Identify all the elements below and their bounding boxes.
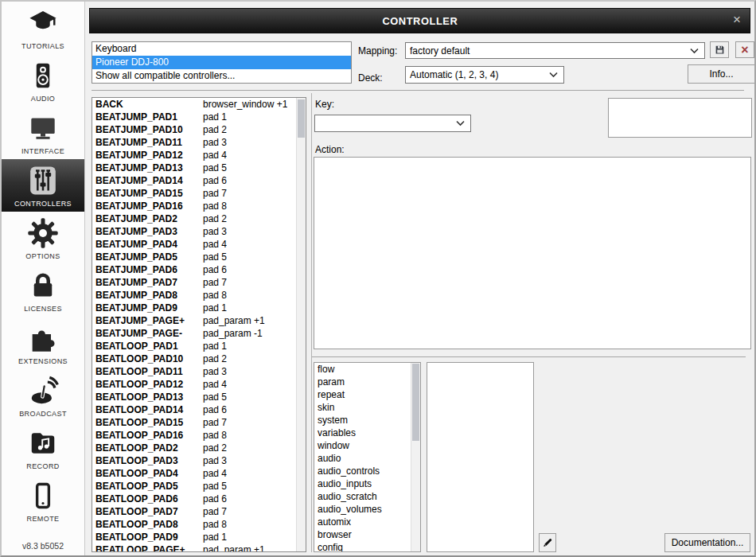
category-scrollbar[interactable] xyxy=(411,363,420,551)
mapping-key: BEATLOOP_PAD2 xyxy=(92,442,203,454)
key-mapping-row[interactable]: BEATJUMP_PAD5pad 5 xyxy=(92,251,306,263)
mapping-key: BEATLOOP_PAD11 xyxy=(92,365,203,378)
sidebar-item-tutorials[interactable]: TUTORIALS xyxy=(2,2,84,54)
mapping-action: pad 6 xyxy=(203,403,227,416)
red-x-icon: × xyxy=(741,43,748,57)
action-category-item[interactable]: audio_controls xyxy=(314,465,420,477)
action-category-item[interactable]: config xyxy=(314,541,420,552)
key-mapping-row[interactable]: BEATLOOP_PAD5pad 5 xyxy=(92,480,306,493)
sidebar-item-audio[interactable]: AUDIO xyxy=(2,54,84,107)
mapping-action: pad_param +1 xyxy=(203,314,265,327)
sidebar-item-interface[interactable]: INTERFACE xyxy=(2,107,84,159)
key-mapping-row[interactable]: BEATLOOP_PAD15pad 7 xyxy=(92,416,306,429)
key-mapping-row[interactable]: BEATLOOP_PAD12pad 4 xyxy=(92,378,306,391)
action-category-item[interactable]: window xyxy=(314,439,420,452)
mapping-action: pad 7 xyxy=(203,276,227,289)
key-mapping-row[interactable]: BEATLOOP_PAD1pad 1 xyxy=(92,340,306,353)
action-category-item[interactable]: audio_inputs xyxy=(314,477,420,490)
controller-option[interactable]: Show all compatible controllers... xyxy=(92,69,351,83)
sidebar-item-record[interactable]: RECORD xyxy=(2,422,84,474)
mapping-key: BEATLOOP_PAD8 xyxy=(92,518,203,531)
key-mapping-row[interactable]: BEATJUMP_PAD1pad 1 xyxy=(92,111,306,123)
key-mapping-row[interactable]: BEATLOOP_PAGE+pad_param +1 xyxy=(92,543,306,552)
key-mapping-row[interactable]: BEATJUMP_PAD14pad 6 xyxy=(92,174,306,187)
controller-option[interactable]: Pioneer DDJ-800 xyxy=(92,56,351,69)
key-mapping-row[interactable]: BEATJUMP_PAGE+pad_param +1 xyxy=(92,314,306,327)
key-mapping-row[interactable]: BEATJUMP_PAD12pad 4 xyxy=(92,149,306,162)
close-icon[interactable]: × xyxy=(733,13,741,26)
key-mapping-row[interactable]: BEATLOOP_PAD16pad 8 xyxy=(92,429,306,442)
delete-mapping-button[interactable]: × xyxy=(735,41,754,58)
key-mapping-row[interactable]: BEATJUMP_PAD4pad 4 xyxy=(92,238,306,251)
action-category-item[interactable]: audio_scratch xyxy=(314,490,420,503)
key-mapping-row[interactable]: BEATLOOP_PAD3pad 3 xyxy=(92,454,306,467)
info-button[interactable]: Info... xyxy=(688,64,755,84)
sidebar-item-broadcast[interactable]: BROADCAST xyxy=(2,369,84,422)
action-category-item[interactable]: system xyxy=(314,414,420,427)
key-mapping-row[interactable]: BEATLOOP_PAD9pad 1 xyxy=(92,531,306,543)
action-category-item[interactable]: param xyxy=(314,376,420,388)
action-category-item[interactable]: browser xyxy=(314,528,420,541)
key-mapping-row[interactable]: BEATJUMP_PAD13pad 5 xyxy=(92,162,306,174)
key-mapping-row[interactable]: BEATLOOP_PAD6pad 6 xyxy=(92,493,306,505)
sidebar-item-extensions[interactable]: EXTENSIONS xyxy=(2,317,84,369)
mapping-select[interactable]: factory default xyxy=(405,42,705,59)
action-editor[interactable] xyxy=(314,157,751,349)
action-category-item[interactable]: repeat xyxy=(314,388,420,401)
version-label: v8.3 b5052 xyxy=(2,541,84,551)
keymap-scrollbar-thumb[interactable] xyxy=(298,99,305,138)
key-mapping-row[interactable]: BEATJUMP_PAD6pad 6 xyxy=(92,263,306,276)
key-mapping-row[interactable]: BEATJUMP_PAD11pad 3 xyxy=(92,136,306,149)
key-mapping-row[interactable]: BEATLOOP_PAD11pad 3 xyxy=(92,365,306,378)
action-category-item[interactable]: skin xyxy=(314,401,420,414)
key-mapping-row[interactable]: BEATJUMP_PAD3pad 3 xyxy=(92,225,306,238)
action-category-item[interactable]: audio_volumes xyxy=(314,503,420,516)
mapping-action: pad 1 xyxy=(203,111,227,123)
mapping-key: BEATLOOP_PAD15 xyxy=(92,416,203,429)
mapping-key: BEATJUMP_PAD12 xyxy=(92,149,203,162)
action-category-item[interactable]: automix xyxy=(314,516,420,528)
key-mapping-row[interactable]: BEATLOOP_PAD7pad 7 xyxy=(92,505,306,518)
key-mapping-row[interactable]: BEATJUMP_PAD8pad 8 xyxy=(92,289,306,302)
mapping-action: pad 8 xyxy=(203,429,227,442)
sidebar-item-controllers[interactable]: CONTROLLERS xyxy=(2,159,84,212)
edit-action-button[interactable] xyxy=(539,533,556,552)
mapping-action: pad 4 xyxy=(203,378,227,391)
key-mapping-row[interactable]: BEATLOOP_PAD10pad 2 xyxy=(92,353,306,365)
key-select[interactable] xyxy=(314,115,471,132)
key-mapping-row[interactable]: BEATLOOP_PAD13pad 5 xyxy=(92,391,306,403)
action-category-item[interactable]: audio xyxy=(314,452,420,465)
save-mapping-button[interactable] xyxy=(710,41,729,58)
category-scrollbar-thumb[interactable] xyxy=(412,364,419,441)
mapping-key: BEATLOOP_PAD7 xyxy=(92,505,203,518)
monitor-icon xyxy=(26,111,60,145)
controller-option[interactable]: Keyboard xyxy=(92,42,351,56)
key-mapping-row[interactable]: BEATJUMP_PAGE-pad_param -1 xyxy=(92,327,306,340)
key-mapping-row[interactable]: BEATJUMP_PAD10pad 2 xyxy=(92,123,306,136)
mapping-key: BEATJUMP_PAD13 xyxy=(92,162,203,174)
sidebar-item-licenses[interactable]: LICENSES xyxy=(2,264,84,317)
keymap-scrollbar[interactable] xyxy=(296,98,306,551)
key-mapping-row[interactable]: BEATJUMP_PAD16pad 8 xyxy=(92,200,306,212)
mapping-action: pad 8 xyxy=(203,518,227,531)
key-mapping-row[interactable]: BEATLOOP_PAD14pad 6 xyxy=(92,403,306,416)
documentation-button[interactable]: Documentation... xyxy=(664,533,750,552)
sidebar-item-remote[interactable]: REMOTE xyxy=(2,474,84,527)
mapping-action: browser_window +1 xyxy=(203,98,287,111)
key-mapping-row[interactable]: BEATLOOP_PAD4pad 4 xyxy=(92,467,306,480)
key-mapping-row[interactable]: BEATJUMP_PAD9pad 1 xyxy=(92,302,306,314)
action-category-item[interactable]: variables xyxy=(314,427,420,439)
key-mapping-row[interactable]: BEATLOOP_PAD2pad 2 xyxy=(92,442,306,454)
mapping-action: pad 2 xyxy=(203,212,227,225)
action-category-item[interactable]: flow xyxy=(314,363,420,376)
key-mapping-row[interactable]: BEATJUMP_PAD15pad 7 xyxy=(92,187,306,200)
deck-select[interactable]: Automatic (1, 2, 3, 4) xyxy=(405,66,564,84)
key-mapping-row[interactable]: BEATLOOP_PAD8pad 8 xyxy=(92,518,306,531)
mapping-key: BEATLOOP_PAD16 xyxy=(92,429,203,442)
mapping-key: BEATLOOP_PAD10 xyxy=(92,353,203,365)
sidebar-item-options[interactable]: OPTIONS xyxy=(2,212,84,264)
mapping-key: BEATJUMP_PAD1 xyxy=(92,111,203,123)
key-mapping-row[interactable]: BEATJUMP_PAD2pad 2 xyxy=(92,212,306,225)
key-mapping-row[interactable]: BACKbrowser_window +1 xyxy=(92,98,306,111)
key-mapping-row[interactable]: BEATJUMP_PAD7pad 7 xyxy=(92,276,306,289)
